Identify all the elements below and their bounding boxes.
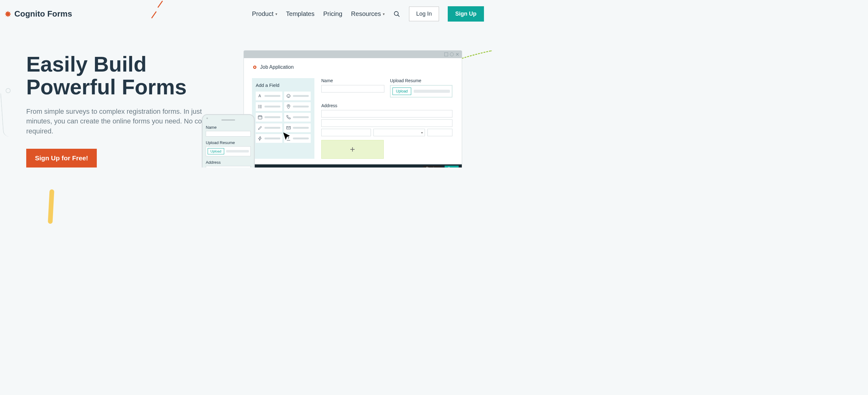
window-titlebar: ✕	[244, 51, 462, 58]
svg-point-14	[288, 105, 289, 106]
hero-title-line2: Powerful Forms	[26, 75, 187, 99]
upload-button[interactable]: Upload	[393, 87, 411, 95]
envelope-icon	[286, 125, 291, 130]
address-line2-input[interactable]	[321, 119, 453, 127]
save-button[interactable]: Save	[445, 166, 459, 168]
builder-body: Job Application Add a Field A	[244, 58, 462, 159]
palette-phone-field[interactable]	[284, 113, 311, 121]
gear-icon	[252, 64, 257, 70]
field-label-upload: Upload Resume	[390, 78, 453, 83]
builder-footer: Preview Save	[244, 164, 462, 168]
svg-point-11	[258, 105, 259, 106]
nav-product-label: Product	[252, 10, 274, 18]
plus-icon: +	[350, 144, 355, 154]
field-label-address: Address	[321, 103, 453, 108]
nav-resources-label: Resources	[351, 10, 381, 18]
location-pin-icon	[286, 104, 291, 109]
field-label-name: Name	[321, 78, 384, 83]
preview-button[interactable]: Preview	[423, 166, 441, 168]
builder-form-title: Job Application	[260, 64, 294, 70]
address-city-input[interactable]	[321, 129, 371, 136]
palette-location-field[interactable]	[284, 102, 311, 111]
brand-logo[interactable]: Cognito Forms	[3, 9, 72, 19]
text-icon: A	[257, 93, 262, 98]
palette-title: Add a Field	[256, 83, 311, 88]
nav-resources[interactable]: Resources ▾	[351, 10, 385, 18]
phone-preview: Name Upload Resume Upload Address ▾	[202, 114, 255, 168]
nav-pricing-label: Pricing	[323, 10, 342, 18]
gear-icon	[3, 10, 12, 19]
signup-button[interactable]: Sign Up	[448, 6, 484, 22]
phone-speaker-icon	[221, 119, 235, 121]
site-header: Cognito Forms Product ▾ Templates Pricin…	[0, 0, 487, 28]
upload-resume-input[interactable]: Upload	[390, 85, 453, 97]
add-field-button[interactable]: +	[321, 140, 384, 159]
search-icon[interactable]	[394, 10, 400, 18]
palette-signature-field[interactable]	[256, 123, 282, 132]
hero-text-column: Easily Build Powerful Forms From simple …	[26, 53, 214, 168]
list-icon	[257, 104, 262, 109]
brand-name: Cognito Forms	[14, 9, 72, 19]
hero-title-line1: Easily Build	[26, 52, 147, 76]
chevron-down-icon: ▾	[383, 12, 385, 16]
phone-icon	[286, 115, 291, 120]
palette-list-field[interactable]	[256, 102, 282, 111]
phone-camera-icon	[206, 117, 208, 119]
chevron-down-icon: ▾	[275, 12, 277, 16]
address-line1-input[interactable]	[321, 110, 453, 117]
login-button[interactable]: Log In	[409, 6, 439, 21]
signup-free-button[interactable]: Sign Up for Free!	[26, 149, 97, 168]
palette-text-field[interactable]: A	[256, 91, 282, 100]
svg-rect-15	[258, 116, 262, 119]
svg-point-12	[258, 106, 259, 107]
phone-upload-input[interactable]: Upload	[206, 146, 251, 156]
svg-point-3	[254, 66, 256, 68]
main-nav: Product ▾ Templates Pricing Resources ▾ …	[252, 6, 484, 22]
calendar-icon	[257, 115, 262, 120]
builder-title-row: Job Application	[252, 64, 454, 70]
palette-emoji-field[interactable]	[284, 91, 311, 100]
palette-date-field[interactable]	[256, 113, 282, 121]
pen-icon	[257, 125, 262, 130]
palette-email-field[interactable]	[284, 123, 311, 132]
address-zip-input[interactable]	[428, 129, 453, 136]
phone-label-name: Name	[206, 125, 251, 130]
window-maximize-icon	[450, 53, 454, 56]
svg-text:A: A	[258, 94, 261, 98]
nav-product[interactable]: Product ▾	[252, 10, 277, 18]
phone-upload-button[interactable]: Upload	[208, 148, 224, 154]
hero-section: Easily Build Powerful Forms From simple …	[0, 28, 487, 168]
nav-pricing[interactable]: Pricing	[323, 10, 342, 18]
window-close-icon: ✕	[456, 53, 459, 56]
svg-point-5	[287, 94, 290, 98]
cursor-arrow-icon	[282, 132, 292, 142]
palette-lightning-field[interactable]	[256, 134, 282, 143]
hero-subtitle: From simple surveys to complex registrat…	[26, 107, 214, 137]
hero-title: Easily Build Powerful Forms	[26, 53, 214, 98]
svg-point-0	[394, 11, 398, 15]
nav-templates[interactable]: Templates	[286, 10, 314, 18]
address-state-select[interactable]: ▾	[373, 129, 425, 136]
form-preview-canvas: Name Upload Resume Upload	[321, 78, 454, 159]
name-input[interactable]	[321, 85, 384, 92]
lightning-icon	[257, 136, 262, 141]
svg-line-1	[398, 15, 400, 17]
phone-label-upload: Upload Resume	[206, 140, 251, 145]
builder-window: ✕ Job Application Add a Field A	[244, 50, 462, 168]
phone-address-line1-input[interactable]	[206, 166, 251, 168]
window-minimize-icon	[444, 53, 448, 56]
field-palette: Add a Field A	[252, 78, 314, 159]
phone-name-input[interactable]	[206, 131, 251, 137]
svg-point-13	[258, 108, 259, 108]
phone-label-address: Address	[206, 160, 251, 165]
nav-templates-label: Templates	[286, 10, 314, 18]
smiley-icon	[286, 93, 291, 98]
